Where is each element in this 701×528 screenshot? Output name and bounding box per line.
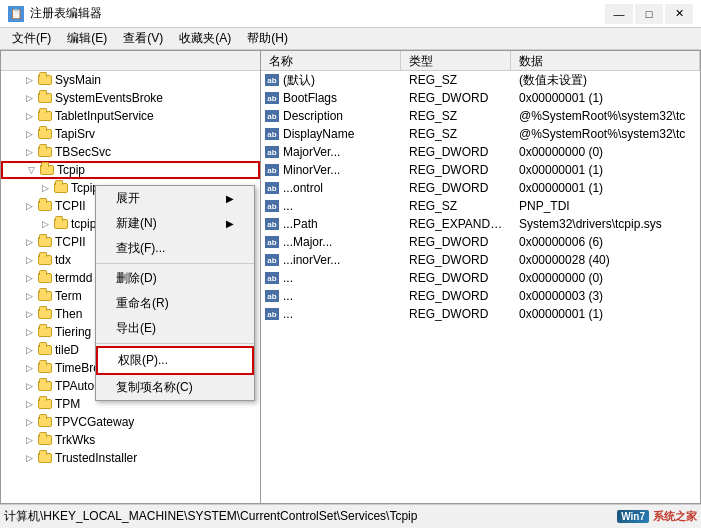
folder-icon-tcpii2	[37, 235, 53, 249]
ctx-item-expand[interactable]: 展开▶	[96, 186, 254, 211]
tree-item-trustedinstaller[interactable]: ▷ TrustedInstaller	[1, 449, 260, 467]
tree-label-tapisrv: TapiSrv	[55, 127, 95, 141]
menu-view[interactable]: 查看(V)	[115, 28, 171, 49]
folder-icon-tcpip3	[53, 217, 69, 231]
folder-icon-sysmain	[37, 73, 53, 87]
table-row[interactable]: ab...REG_DWORD0x00000003 (3)	[261, 287, 700, 305]
close-button[interactable]: ✕	[665, 4, 693, 24]
value-name-cell: abBootFlags	[261, 90, 401, 106]
table-row[interactable]: ab...PathREG_EXPAND_SZSystem32\drivers\t…	[261, 215, 700, 233]
expand-icon-tcpip: ▽	[23, 165, 39, 175]
folder-icon-tpm	[37, 397, 53, 411]
table-row[interactable]: ab...REG_DWORD0x00000000 (0)	[261, 269, 700, 287]
tree-header	[1, 51, 260, 71]
expand-icon-tcpii: ▷	[21, 201, 37, 211]
window-controls: — □ ✕	[605, 4, 693, 24]
value-data-cell: 0x00000000 (0)	[511, 144, 700, 160]
expand-icon-tabletinputservice: ▷	[21, 111, 37, 121]
folder-icon-tpvcgateway	[37, 415, 53, 429]
folder-icon-termdd	[37, 271, 53, 285]
folder-icon-term	[37, 289, 53, 303]
table-row[interactable]: abDescriptionREG_SZ@%SystemRoot%\system3…	[261, 107, 700, 125]
table-row[interactable]: ab...ontrolREG_DWORD0x00000001 (1)	[261, 179, 700, 197]
folder-icon-then	[37, 307, 53, 321]
value-name-cell: ab...	[261, 288, 401, 304]
ctx-item-label: 查找(F)...	[116, 240, 165, 257]
value-type-cell: REG_DWORD	[401, 90, 511, 106]
value-type-icon: ab	[265, 110, 279, 122]
folder-icon-tabletinputservice	[37, 109, 53, 123]
ctx-submenu-arrow-icon: ▶	[226, 193, 234, 204]
table-row[interactable]: ab...inorVer...REG_DWORD0x00000028 (40)	[261, 251, 700, 269]
tree-item-tapisrv[interactable]: ▷ TapiSrv	[1, 125, 260, 143]
tree-item-trkwks[interactable]: ▷ TrkWks	[1, 431, 260, 449]
table-row[interactable]: ab(默认)REG_SZ(数值未设置)	[261, 71, 700, 89]
tree-label-tbsecsvc: TBSecSvc	[55, 145, 111, 159]
minimize-button[interactable]: —	[605, 4, 633, 24]
tree-label-tiering: Tiering	[55, 325, 91, 339]
tree-item-systemeventsbroke[interactable]: ▷ SystemEventsBroke	[1, 89, 260, 107]
menu-file[interactable]: 文件(F)	[4, 28, 59, 49]
menu-bar: 文件(F) 编辑(E) 查看(V) 收藏夹(A) 帮助(H)	[0, 28, 701, 50]
maximize-button[interactable]: □	[635, 4, 663, 24]
tree-label-tpvcgateway: TPVCGateway	[55, 415, 134, 429]
table-row[interactable]: abBootFlagsREG_DWORD0x00000001 (1)	[261, 89, 700, 107]
table-row[interactable]: ab...REG_DWORD0x00000001 (1)	[261, 305, 700, 323]
table-row[interactable]: abMajorVer...REG_DWORD0x00000000 (0)	[261, 143, 700, 161]
value-name-label: ...	[283, 289, 293, 303]
ctx-item-permissions[interactable]: 权限(P)...	[96, 346, 254, 375]
ctx-item-copy[interactable]: 复制项名称(C)	[96, 375, 254, 400]
value-name-cell: ab...inorVer...	[261, 252, 401, 268]
value-name-cell: ab...	[261, 270, 401, 286]
value-name-cell: abDisplayName	[261, 126, 401, 142]
tree-label-trustedinstaller: TrustedInstaller	[55, 451, 137, 465]
folder-icon-tcpip	[39, 163, 55, 177]
table-row[interactable]: abDisplayNameREG_SZ@%SystemRoot%\system3…	[261, 125, 700, 143]
table-row[interactable]: ab...Major...REG_DWORD0x00000006 (6)	[261, 233, 700, 251]
tree-item-tcpip[interactable]: ▽ Tcpip	[1, 161, 260, 179]
ctx-item-find[interactable]: 查找(F)...	[96, 236, 254, 261]
tree-label-trkwks: TrkWks	[55, 433, 95, 447]
value-type-cell: REG_SZ	[401, 198, 511, 214]
app-icon: 📋	[8, 6, 24, 22]
value-type-icon: ab	[265, 308, 279, 320]
ctx-item-new[interactable]: 新建(N)▶	[96, 211, 254, 236]
value-name-cell: abMajorVer...	[261, 144, 401, 160]
value-name-label: ...	[283, 271, 293, 285]
menu-favorites[interactable]: 收藏夹(A)	[171, 28, 239, 49]
values-header: 名称 类型 数据	[261, 51, 700, 71]
value-name-label: (默认)	[283, 72, 315, 89]
folder-icon-tapisrv	[37, 127, 53, 141]
value-type-cell: REG_DWORD	[401, 306, 511, 322]
menu-help[interactable]: 帮助(H)	[239, 28, 296, 49]
value-name-label: Description	[283, 109, 343, 123]
value-name-cell: ab(默认)	[261, 71, 401, 90]
col-header-name: 名称	[261, 51, 401, 70]
table-row[interactable]: ab...REG_SZPNP_TDI	[261, 197, 700, 215]
folder-icon-tiled	[37, 343, 53, 357]
tree-label-tabletinputservice: TabletInputService	[55, 109, 154, 123]
context-menu[interactable]: 展开▶新建(N)▶查找(F)...删除(D)重命名(R)导出(E)权限(P)..…	[95, 185, 255, 401]
folder-icon-tbsecsvc	[37, 145, 53, 159]
expand-icon-tpm: ▷	[21, 399, 37, 409]
title-bar: 📋 注册表编辑器 — □ ✕	[0, 0, 701, 28]
ctx-item-export[interactable]: 导出(E)	[96, 316, 254, 341]
values-scroll[interactable]: ab(默认)REG_SZ(数值未设置)abBootFlagsREG_DWORD0…	[261, 71, 700, 503]
expand-icon-tbsecsvc: ▷	[21, 147, 37, 157]
value-name-label: MajorVer...	[283, 145, 340, 159]
ctx-item-delete[interactable]: 删除(D)	[96, 266, 254, 291]
tree-item-tpvcgateway[interactable]: ▷ TPVCGateway	[1, 413, 260, 431]
value-type-icon: ab	[265, 128, 279, 140]
tree-label-tcpii: TCPII	[55, 199, 86, 213]
table-row[interactable]: abMinorVer...REG_DWORD0x00000001 (1)	[261, 161, 700, 179]
tree-item-tbsecsvc[interactable]: ▷ TBSecSvc	[1, 143, 260, 161]
status-bar: 计算机\HKEY_LOCAL_MACHINE\SYSTEM\CurrentCon…	[0, 504, 701, 528]
menu-edit[interactable]: 编辑(E)	[59, 28, 115, 49]
value-data-cell: 0x00000001 (1)	[511, 162, 700, 178]
tree-item-sysmain[interactable]: ▷ SysMain	[1, 71, 260, 89]
expand-icon-timebrokersvc: ▷	[21, 363, 37, 373]
tree-label-termdd: termdd	[55, 271, 92, 285]
logo-text: 系统之家	[653, 509, 697, 524]
ctx-item-rename[interactable]: 重命名(R)	[96, 291, 254, 316]
tree-item-tabletinputservice[interactable]: ▷ TabletInputService	[1, 107, 260, 125]
